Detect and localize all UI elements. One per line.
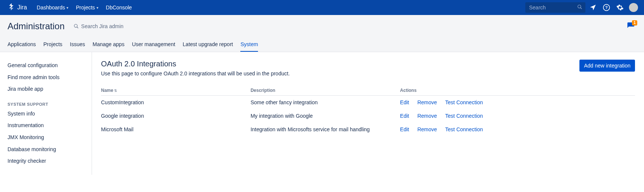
search-icon bbox=[74, 24, 79, 29]
sidebar-item-system-info[interactable]: System info bbox=[8, 108, 84, 120]
sidebar: General configurationFind more admin too… bbox=[0, 52, 92, 175]
tab-manage-apps[interactable]: Manage apps bbox=[93, 39, 125, 52]
sidebar-item-instrumentation[interactable]: Instrumentation bbox=[8, 120, 84, 132]
sidebar-item-database-monitoring[interactable]: Database monitoring bbox=[8, 144, 84, 156]
admin-search-label: Search Jira admin bbox=[81, 23, 124, 29]
cell-actions: EditRemoveTest Connection bbox=[400, 123, 635, 136]
col-description-header: Description bbox=[250, 86, 400, 96]
admin-search-link[interactable]: Search Jira admin bbox=[74, 23, 124, 29]
cell-name: Microsoft Mail bbox=[101, 123, 250, 136]
col-actions-header: Actions bbox=[400, 86, 635, 96]
sidebar-item-find-more-admin-tools[interactable]: Find more admin tools bbox=[8, 72, 84, 84]
chevron-down-icon: ▾ bbox=[97, 6, 98, 10]
content-area: OAuth 2.0 Integrations Use this page to … bbox=[92, 52, 644, 175]
notifications-icon[interactable] bbox=[587, 2, 599, 14]
navbar-search-input[interactable] bbox=[525, 2, 585, 13]
sidebar-item-integrity-checker[interactable]: Integrity checker bbox=[8, 155, 84, 167]
svg-point-4 bbox=[74, 24, 77, 27]
table-row: Microsoft MailIntegration with Microsoft… bbox=[101, 123, 635, 136]
remove-link[interactable]: Remove bbox=[417, 99, 437, 105]
help-icon[interactable]: ? bbox=[600, 2, 612, 14]
page-title: OAuth 2.0 Integrations bbox=[101, 60, 290, 68]
nav-item-label: Dashboards bbox=[37, 4, 65, 10]
page-description: Use this page to configure OAuth 2.0 int… bbox=[101, 70, 290, 76]
cell-actions: EditRemoveTest Connection bbox=[400, 96, 635, 110]
jira-logo[interactable]: Jira bbox=[5, 3, 30, 12]
sidebar-group-header: SYSTEM SUPPORT bbox=[8, 102, 84, 106]
tab-issues[interactable]: Issues bbox=[70, 39, 85, 52]
test-link[interactable]: Test Connection bbox=[445, 113, 483, 119]
admin-header: Administration Search Jira admin 1 Appli… bbox=[0, 15, 644, 52]
feedback-badge: 1 bbox=[632, 20, 637, 26]
cell-description: Integration with Microsofts service for … bbox=[250, 123, 400, 136]
svg-text:?: ? bbox=[605, 5, 608, 10]
cell-description: My integration with Google bbox=[250, 109, 400, 123]
test-link[interactable]: Test Connection bbox=[445, 99, 483, 105]
admin-title: Administration bbox=[8, 21, 65, 32]
nav-item-dashboards[interactable]: Dashboards▾ bbox=[33, 0, 72, 15]
add-new-integration-button[interactable]: Add new integration bbox=[579, 60, 635, 72]
feedback-icon[interactable]: 1 bbox=[627, 22, 635, 31]
admin-tabs: ApplicationsProjectsIssuesManage appsUse… bbox=[8, 39, 636, 52]
tab-latest-upgrade-report[interactable]: Latest upgrade report bbox=[183, 39, 233, 52]
table-row: CustomIntegrationSome other fancy integr… bbox=[101, 96, 635, 110]
jira-logo-text: Jira bbox=[17, 4, 27, 11]
col-name-header[interactable]: Name bbox=[101, 86, 250, 96]
top-navbar: Jira Dashboards▾Projects▾DbConsole ? bbox=[0, 0, 644, 15]
cell-actions: EditRemoveTest Connection bbox=[400, 109, 635, 123]
nav-item-projects[interactable]: Projects▾ bbox=[72, 0, 102, 15]
tab-user-management[interactable]: User management bbox=[132, 39, 175, 52]
remove-link[interactable]: Remove bbox=[417, 113, 437, 119]
integrations-table: Name Description Actions CustomIntegrati… bbox=[101, 86, 635, 136]
sidebar-item-general-configuration[interactable]: General configuration bbox=[8, 60, 84, 72]
edit-link[interactable]: Edit bbox=[400, 113, 409, 119]
test-link[interactable]: Test Connection bbox=[445, 126, 483, 132]
edit-link[interactable]: Edit bbox=[400, 99, 409, 105]
cell-name: CustomIntegration bbox=[101, 96, 250, 110]
tab-projects[interactable]: Projects bbox=[44, 39, 63, 52]
nav-item-dbconsole[interactable]: DbConsole bbox=[102, 0, 136, 15]
nav-item-label: Projects bbox=[76, 4, 95, 10]
tab-applications[interactable]: Applications bbox=[8, 39, 36, 52]
cell-name: Google integration bbox=[101, 109, 250, 123]
sidebar-item-jmx-monitoring[interactable]: JMX Monitoring bbox=[8, 132, 84, 144]
navbar-search bbox=[525, 2, 585, 13]
profile-avatar[interactable] bbox=[627, 2, 639, 14]
table-row: Google integrationMy integration with Go… bbox=[101, 109, 635, 123]
jira-logo-icon bbox=[8, 3, 16, 12]
settings-icon[interactable] bbox=[614, 2, 626, 14]
svg-line-5 bbox=[77, 27, 78, 28]
chevron-down-icon: ▾ bbox=[66, 6, 68, 10]
cell-description: Some other fancy integration bbox=[250, 96, 400, 110]
remove-link[interactable]: Remove bbox=[417, 126, 437, 132]
tab-system[interactable]: System bbox=[240, 39, 258, 52]
sidebar-item-jira-mobile-app[interactable]: Jira mobile app bbox=[8, 83, 84, 95]
nav-item-label: DbConsole bbox=[106, 4, 132, 10]
edit-link[interactable]: Edit bbox=[400, 126, 409, 132]
